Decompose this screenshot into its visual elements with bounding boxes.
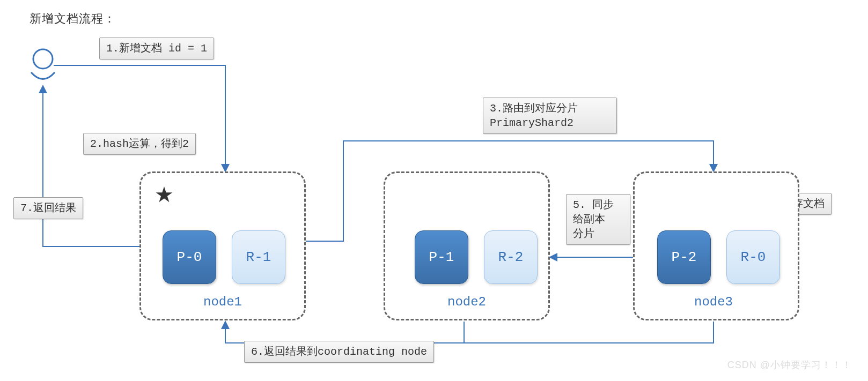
shard-p0: P-0: [163, 230, 216, 284]
shard-p2: P-2: [657, 230, 711, 284]
shard-r1: R-1: [232, 230, 285, 284]
node2-label: node2: [437, 295, 496, 309]
shard-r0: R-0: [726, 230, 780, 284]
step-1-box: 1.新增文档 id = 1: [99, 38, 214, 59]
node1-label: node1: [193, 295, 252, 309]
step-3-line2: PrimaryShard2: [490, 116, 610, 130]
step-3-line1: 3.路由到对应分片: [490, 101, 610, 116]
step-5-line1: 5. 同步: [573, 198, 623, 212]
step-3-box: 3.路由到对应分片 PrimaryShard2: [483, 98, 617, 134]
step-5-line2: 给副本: [573, 212, 623, 227]
node3-label: node3: [684, 295, 743, 309]
step-5-line3: 分片: [573, 227, 623, 241]
svg-point-0: [33, 49, 53, 69]
shard-p1: P-1: [415, 230, 468, 284]
step-5-box: 5. 同步 给副本 分片: [566, 194, 630, 245]
watermark: CSDN @小钟要学习！！！: [727, 358, 852, 371]
master-star-icon: ★: [155, 184, 174, 205]
step-2-box: 2.hash运算，得到2: [83, 133, 196, 155]
step-7-box: 7.返回结果: [13, 197, 83, 219]
shard-r2: R-2: [484, 230, 538, 284]
diagram-title: 新增文档流程：: [30, 11, 116, 27]
step-6-box: 6.返回结果到coordinating node: [244, 341, 434, 363]
